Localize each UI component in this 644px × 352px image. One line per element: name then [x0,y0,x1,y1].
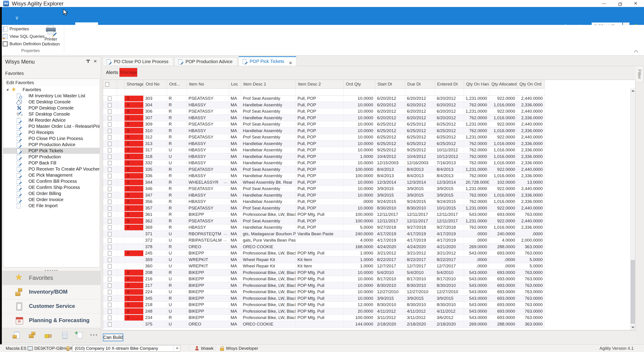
column-header[interactable]: Qty On Ord [517,80,544,88]
table-row[interactable]: X 318 U HBASSY MA Handlebar Assembly Pul… [103,153,630,160]
row-checkbox[interactable] [103,289,116,295]
report-icon[interactable] [13,331,20,339]
table-row[interactable]: X 309 R PSEATASSY MA Prof Seat Assembly … [103,121,630,128]
table-row[interactable]: X 357 R PSEATASSY MA Prof Seat Assembly … [103,205,630,212]
ellipsis-button[interactable]: ... [224,231,227,236]
column-header[interactable]: Ord No [143,80,167,88]
row-checkbox[interactable] [103,301,116,308]
filter-row[interactable] [103,88,630,95]
minimize-button[interactable]: — [599,0,609,7]
column-header[interactable]: Due Dt [405,80,435,88]
row-checkbox[interactable] [103,269,116,276]
row-checkbox[interactable] [103,147,116,153]
table-row[interactable]: X 217 R BIKEPP MA Professional Bike, LW,… [103,282,630,289]
table-row[interactable]: 372 U RBIPASTEGALM... MA gals, Pure Vani… [103,237,630,244]
column-header[interactable]: Qty Allocated [489,80,517,88]
row-checkbox[interactable] [103,179,116,186]
row-checkbox[interactable] [103,153,116,160]
printer-definition-button[interactable]: Printer Definition [40,25,62,51]
close-button[interactable]: ✕ [630,0,641,7]
tree-item[interactable]: POP Production [3,154,100,160]
forklift-icon[interactable] [44,331,52,339]
tree-item[interactable]: SF Desktop Console [3,111,100,117]
nav-group-button[interactable]: Inventory/BOM [2,285,100,299]
tree-item[interactable]: IM Inventory Loc Master List [3,93,100,99]
tree-item[interactable]: OE Order Invoice [3,197,100,203]
row-checkbox[interactable] [103,244,116,250]
quick-access-dropdown-icon[interactable] [15,17,20,21]
row-checkbox[interactable] [103,121,116,128]
scroll-down-icon[interactable] [631,327,634,328]
tree-item[interactable]: POP Desktop Console [3,105,100,111]
pin-icon[interactable] [86,60,90,65]
column-header[interactable]: Item Desc 1 [241,80,296,88]
ellipsis-button[interactable]: ... [224,237,227,242]
row-checkbox[interactable] [103,308,116,315]
column-header[interactable]: Shortage [124,80,143,88]
row-checkbox[interactable] [103,211,116,218]
row-checkbox[interactable] [103,321,116,327]
ribbon-button[interactable]: Properties [3,26,29,32]
nav-group-button[interactable]: Customer Service [2,299,100,313]
table-row[interactable]: X 369 R HBASSY MA Handlebar Assembly Pul… [103,224,630,231]
select-all-checkbox[interactable] [103,80,116,88]
tree-item[interactable]: POP Production Advice [3,142,100,148]
restore-button[interactable] [614,0,625,7]
tree-item[interactable]: POP Back Fill [3,160,100,166]
table-row[interactable]: 375 U OREO MA OREO COOKIE 144.0000 2/18/… [103,321,630,327]
ribbon-button[interactable]: View SQL Queries [3,33,44,40]
company-dropdown-icon[interactable] [174,345,180,351]
company-select[interactable]: (010) Company 10 X-stream Bike Company [72,345,180,351]
row-checkbox[interactable] [103,263,116,269]
row-checkbox[interactable] [103,276,116,282]
row-checkbox[interactable] [103,128,116,134]
panel-close-icon[interactable]: ✕ [93,59,97,64]
row-checkbox[interactable] [103,198,116,205]
tree-item[interactable]: OE Confirm Bill Process [3,178,100,184]
edit-favorites-button[interactable]: Edit Favorites [3,79,100,87]
row-checkbox[interactable] [103,205,116,212]
row-checkbox[interactable] [103,237,116,244]
nav-group-button[interactable]: Favorites [2,271,100,285]
tree-item[interactable]: PO Close PO Line Process [3,135,100,142]
table-row[interactable]: X 306 R PSEATASSY MA Prof Seat Assembly … [103,108,630,115]
ribbon-button[interactable]: Button Definition [3,41,41,47]
row-checkbox[interactable] [103,140,116,147]
scroll-up-icon[interactable] [631,90,634,92]
tree-item[interactable]: POP Pick Tickets [3,148,100,154]
list-icon[interactable] [60,331,68,339]
tree-item[interactable]: OE Confirm Ship Process [3,184,100,191]
table-row[interactable]: X 336 R HBASSY MA Handlebar Assembly Pul… [103,172,630,179]
table-row[interactable]: X 310 R HBASSY MA Handlebar Assembly Pul… [103,128,630,134]
table-row[interactable]: X 312 R PSEATASSY MA Prof Seat Assembly … [103,134,630,140]
tree-root-favorites[interactable]: ★ Favorites [3,86,100,93]
row-checkbox[interactable] [103,108,116,115]
row-checkbox[interactable] [103,218,116,224]
column-header[interactable]: Item Desc 2 [296,80,344,88]
row-checkbox[interactable] [103,172,116,179]
table-row[interactable]: X 208 R BIKEPP MA Professional Bike, LW,… [103,269,630,276]
table-row[interactable]: X 248 U BIKEPP MA Professional Bike, LW,… [103,308,630,315]
table-row[interactable]: X 307 R HBASSY MA Handlebar Assembly Pul… [103,115,630,121]
action-button[interactable]: Can Build [103,333,124,341]
table-row[interactable]: 360 U WREPKIT MA Wheel Repair Kit Kit It… [103,263,630,269]
table-row[interactable]: X 361 R BIKEPP MA Professional Bike, LW,… [103,211,630,218]
column-header[interactable]: Ord Qty [344,80,375,88]
table-row[interactable]: X 218 U BIKEPP MA Professional Bike, LW,… [103,301,630,308]
column-header[interactable]: Loc [229,80,241,88]
row-checkbox[interactable] [103,250,116,257]
table-row[interactable]: X 362 R PSEATASSY MA Prof Seat Assembly … [103,218,630,224]
row-checkbox[interactable] [103,166,116,173]
tree-item[interactable]: PO Master Order List - Release\Print [3,123,100,129]
table-row[interactable]: 359 U WREPKIT MA Wheel Repair Kit Kit It… [103,257,630,263]
tree-item[interactable]: OE Pick Management [3,172,100,178]
expander-icon[interactable] [6,88,8,90]
tree-item[interactable]: OE Desktop Console [3,99,100,105]
table-row[interactable]: X 332 U HBASSY MA Handlebar Assembly Pul… [103,160,630,166]
table-row[interactable]: 371 U RBOPASTEQTM... MA gts, Madagascar … [103,231,630,237]
document-tab[interactable]: POP Production Advice ✕ [174,57,237,66]
column-header[interactable]: Qty On Hand [464,80,489,88]
row-checkbox[interactable] [103,95,116,102]
table-row[interactable]: X 317 U HBASSY MA Handlebar Assembly Pul… [103,147,630,153]
row-checkbox[interactable] [103,224,116,231]
